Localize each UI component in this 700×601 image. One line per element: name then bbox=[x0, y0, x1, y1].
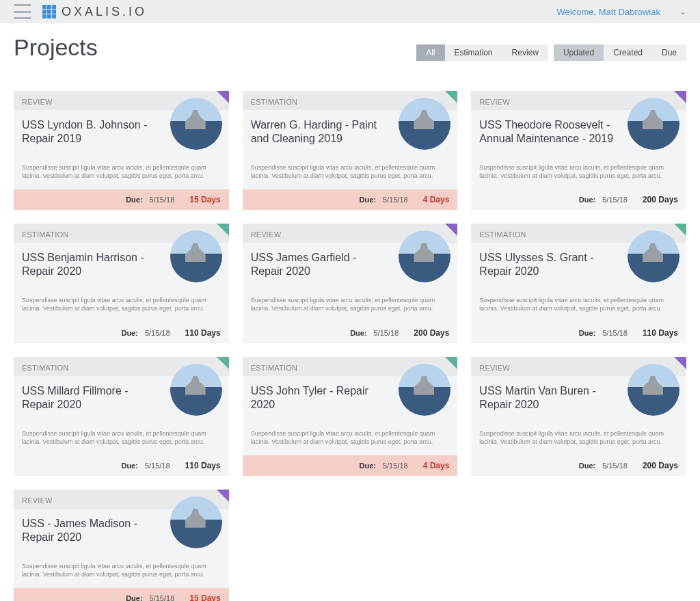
project-card[interactable]: REVIEWUSS - James Madison - Repair 2020S… bbox=[14, 490, 229, 601]
card-description: Suspendisse suscipit ligula vitae arcu i… bbox=[251, 163, 450, 180]
filter-tabs: AllEstimationReview bbox=[416, 44, 548, 61]
card-description: Suspendisse suscipit ligula vitae arcu i… bbox=[479, 296, 678, 312]
card-description: Suspendisse suscipit ligula vitae arcu i… bbox=[22, 429, 221, 446]
ship-thumbnail bbox=[170, 230, 222, 282]
card-body: Warren G. Harding - Paint and Cleaning 2… bbox=[243, 110, 458, 189]
card-description: Suspendisse suscipit ligula vitae arcu i… bbox=[22, 296, 221, 312]
sort-tab-due[interactable]: Due bbox=[652, 44, 686, 61]
project-card[interactable]: REVIEWUSS Lyndon B. Johnson - Repair 201… bbox=[14, 91, 229, 210]
ship-thumbnail bbox=[399, 364, 450, 416]
project-card[interactable]: REVIEWUSS Theodore Roosevelt - Annual Ma… bbox=[471, 91, 686, 210]
card-body: USS Lyndon B. Johnson - Repair 2019Suspe… bbox=[14, 110, 229, 189]
card-corner-badge bbox=[445, 224, 457, 236]
filter-tab-review[interactable]: Review bbox=[502, 44, 548, 61]
card-body: USS - James Madison - Repair 2020Suspend… bbox=[14, 509, 229, 588]
project-card[interactable]: ESTIMATIONUSS Millard Fillmore - Repair … bbox=[14, 357, 229, 476]
card-description: Suspendisse suscipit ligula vitae arcu i… bbox=[479, 163, 678, 180]
ship-thumbnail bbox=[628, 230, 679, 282]
ship-thumbnail bbox=[628, 364, 679, 416]
due-date: 5/15/18 bbox=[150, 196, 175, 204]
project-grid: REVIEWUSS Lyndon B. Johnson - Repair 201… bbox=[0, 70, 700, 601]
card-corner-badge bbox=[217, 224, 229, 236]
chevron-down-icon[interactable]: ⌄ bbox=[679, 7, 686, 16]
logo-mark-icon bbox=[42, 5, 56, 18]
card-footer: Due:5/15/18110 Days bbox=[14, 323, 229, 343]
card-corner-badge bbox=[674, 357, 686, 369]
menu-icon[interactable] bbox=[14, 4, 31, 19]
logo[interactable]: OXALIS.IO bbox=[42, 5, 147, 19]
ship-thumbnail bbox=[628, 98, 679, 150]
card-body: USS Millard Fillmore - Repair 2020Suspen… bbox=[14, 376, 229, 455]
card-corner-badge bbox=[217, 490, 229, 502]
due-label: Due: bbox=[579, 196, 595, 204]
card-body: USS James Garfield - Repair 2020Suspendi… bbox=[243, 243, 458, 322]
card-corner-badge bbox=[217, 91, 229, 103]
card-corner-badge bbox=[445, 357, 457, 369]
days-remaining: 110 Days bbox=[185, 461, 221, 470]
days-remaining: 15 Days bbox=[189, 195, 220, 204]
project-card[interactable]: REVIEWUSS Martin Van Buren - Repair 2020… bbox=[471, 357, 686, 476]
card-description: Suspendisse suscipit ligula vitae arcu i… bbox=[22, 163, 221, 180]
days-remaining: 15 Days bbox=[189, 593, 220, 601]
sort-tabs: UpdatedCreatedDue bbox=[554, 44, 686, 61]
days-remaining: 200 Days bbox=[414, 328, 449, 338]
card-body: USS Ulysses S. Grant - Repair 2020Suspen… bbox=[471, 243, 686, 322]
days-remaining: 200 Days bbox=[643, 195, 678, 204]
due-date: 5/15/18 bbox=[602, 462, 628, 470]
filter-tab-all[interactable]: All bbox=[416, 44, 444, 61]
due-date: 5/15/18 bbox=[145, 462, 170, 470]
due-label: Due: bbox=[121, 462, 137, 470]
due-label: Due: bbox=[126, 594, 142, 601]
project-card[interactable]: REVIEWUSS James Garfield - Repair 2020Su… bbox=[243, 224, 458, 343]
project-card[interactable]: ESTIMATIONWarren G. Harding - Paint and … bbox=[243, 91, 458, 210]
card-footer: Due:5/15/18200 Days bbox=[471, 189, 686, 210]
project-card[interactable]: ESTIMATIONUSS Benjamin Harrison - Repair… bbox=[14, 224, 229, 343]
due-label: Due: bbox=[359, 196, 375, 204]
due-label: Due: bbox=[579, 462, 595, 470]
card-footer: Due:5/15/1815 Days bbox=[14, 588, 229, 601]
due-date: 5/15/18 bbox=[145, 329, 170, 337]
card-footer: Due:5/15/18110 Days bbox=[471, 323, 686, 343]
due-date: 5/15/18 bbox=[374, 329, 399, 337]
card-footer: Due:5/15/184 Days bbox=[243, 455, 458, 476]
due-date: 5/15/18 bbox=[383, 462, 408, 470]
ship-thumbnail bbox=[170, 98, 222, 150]
card-body: USS Benjamin Harrison - Repair 2020Suspe… bbox=[14, 243, 229, 322]
due-label: Due: bbox=[359, 462, 375, 470]
due-date: 5/15/18 bbox=[150, 594, 175, 601]
days-remaining: 4 Days bbox=[423, 195, 450, 204]
topbar: OXALIS.IO Welcome, Matt Dabrowiak ⌄ bbox=[0, 0, 700, 23]
card-body: USS Theodore Roosevelt - Annual Maintena… bbox=[471, 110, 686, 189]
card-footer: Due:5/15/184 Days bbox=[243, 189, 458, 210]
card-footer: Due:5/15/1815 Days bbox=[14, 189, 229, 210]
filter-tab-estimation[interactable]: Estimation bbox=[445, 44, 502, 61]
due-date: 5/15/18 bbox=[602, 329, 628, 337]
welcome-user[interactable]: Welcome, Matt Dabrowiak bbox=[557, 7, 660, 17]
due-label: Due: bbox=[121, 329, 137, 337]
card-corner-badge bbox=[445, 91, 457, 103]
logo-text: OXALIS.IO bbox=[62, 5, 147, 19]
page-header: Projects AllEstimationReview UpdatedCrea… bbox=[0, 23, 700, 70]
days-remaining: 110 Days bbox=[185, 328, 221, 338]
card-footer: Due:5/15/18110 Days bbox=[14, 455, 229, 476]
due-label: Due: bbox=[126, 196, 142, 204]
project-card[interactable]: ESTIMATIONUSS Ulysses S. Grant - Repair … bbox=[471, 224, 686, 343]
card-footer: Due:5/15/18200 Days bbox=[243, 323, 458, 343]
page-title: Projects bbox=[14, 34, 98, 61]
card-description: Suspendisse suscipit ligula vitae arcu i… bbox=[479, 429, 678, 446]
due-date: 5/15/18 bbox=[602, 196, 628, 204]
card-body: USS John Tyler - Repair 2020Suspendisse … bbox=[243, 376, 458, 455]
card-description: Suspendisse suscipit ligula vitae arcu i… bbox=[22, 562, 221, 578]
ship-thumbnail bbox=[399, 98, 450, 150]
card-description: Suspendisse suscipit ligula vitae arcu i… bbox=[251, 296, 450, 312]
card-description: Suspendisse suscipit ligula vitae arcu i… bbox=[251, 429, 450, 446]
days-remaining: 4 Days bbox=[423, 461, 450, 470]
due-label: Due: bbox=[350, 329, 366, 337]
days-remaining: 200 Days bbox=[643, 461, 678, 470]
due-label: Due: bbox=[579, 329, 595, 337]
project-card[interactable]: ESTIMATIONUSS John Tyler - Repair 2020Su… bbox=[243, 357, 458, 476]
sort-tab-updated[interactable]: Updated bbox=[554, 44, 604, 61]
sort-tab-created[interactable]: Created bbox=[604, 44, 652, 61]
days-remaining: 110 Days bbox=[643, 328, 678, 338]
card-body: USS Martin Van Buren - Repair 2020Suspen… bbox=[471, 376, 686, 455]
